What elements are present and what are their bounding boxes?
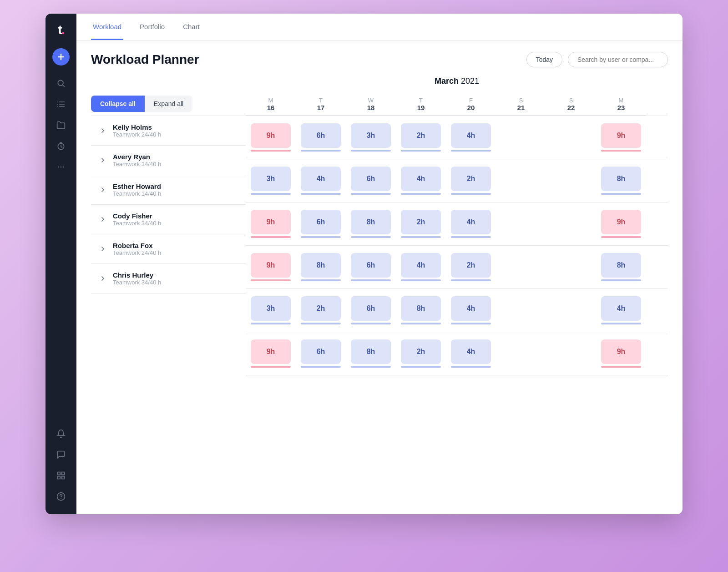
planner-grid: Collapse allExpand all M16T17W18T19F20S2…	[91, 93, 668, 375]
hour-cell: 2h	[446, 159, 496, 202]
expand-all-button[interactable]: Expand all	[145, 96, 192, 112]
hour-block: 8h	[351, 210, 391, 234]
hour-bar	[451, 150, 491, 152]
user-details: Esther Howard Teamwork 14/40 h	[113, 182, 161, 197]
hour-bar	[451, 236, 491, 238]
main-content: Workload Portfolio Chart Workload Planne…	[76, 14, 682, 514]
hour-cell	[546, 130, 596, 145]
today-button[interactable]: Today	[526, 52, 562, 67]
hour-cell: 3h	[246, 289, 296, 332]
expand-row-icon[interactable]	[98, 215, 107, 224]
sidebar-timer-icon[interactable]	[52, 137, 70, 155]
hour-bar	[301, 323, 341, 324]
day-letter: T	[419, 97, 423, 104]
logo-dot: .	[61, 23, 64, 37]
day-num: 20	[446, 104, 496, 111]
hour-cell: 9h	[596, 116, 646, 159]
hour-bar	[351, 236, 391, 238]
hour-bar	[401, 236, 441, 238]
hour-cell	[496, 346, 546, 361]
hour-block: 2h	[301, 296, 341, 321]
hour-bar	[251, 366, 291, 368]
hour-cell	[546, 303, 596, 318]
hour-block: 3h	[351, 123, 391, 148]
user-meta: Teamwork 34/40 h	[113, 220, 161, 227]
tab-chart[interactable]: Chart	[181, 15, 202, 40]
hour-cell: 6h	[296, 332, 346, 375]
sidebar-folder-icon[interactable]	[52, 116, 70, 134]
user-details: Avery Ryan Teamwork 34/40 h	[113, 153, 161, 167]
sidebar-search-icon[interactable]	[52, 75, 70, 92]
hour-cell	[546, 173, 596, 188]
sidebar-help-icon[interactable]	[52, 488, 70, 505]
hour-cell: 2h	[396, 116, 446, 159]
user-cells-row: 3h4h6h4h2h8h	[246, 159, 668, 202]
page-header: Workload Planner Today	[91, 52, 668, 67]
user-details: Chris Hurley Teamwork 34/40 h	[113, 271, 161, 286]
hour-block: 4h	[401, 167, 441, 191]
grid-left: Kelly Holms Teamwork 24/40 h Avery Ryan …	[91, 116, 246, 375]
hour-bar	[351, 193, 391, 195]
user-info-row: Kelly Holms Teamwork 24/40 h	[91, 116, 246, 146]
day-letter: M	[619, 97, 624, 104]
sidebar-chat-icon[interactable]	[52, 446, 70, 463]
user-details: Roberta Fox Teamwork 24/40 h	[113, 242, 161, 256]
tab-portfolio[interactable]: Portfolio	[138, 15, 167, 40]
day-num: 22	[546, 104, 596, 111]
hour-cell	[546, 346, 596, 361]
hour-cell: 2h	[446, 246, 496, 289]
sidebar-more-icon[interactable]	[52, 158, 70, 176]
hour-bar	[351, 366, 391, 368]
hour-bar	[401, 150, 441, 152]
app-container: t.	[46, 14, 682, 514]
hour-cell	[496, 217, 546, 231]
hour-block: 9h	[601, 123, 641, 148]
hour-cell: 6h	[346, 246, 396, 289]
expand-row-icon[interactable]	[98, 244, 107, 253]
hour-bar	[451, 323, 491, 324]
hour-cell: 8h	[596, 159, 646, 202]
user-name: Avery Ryan	[113, 153, 161, 161]
sidebar-list-icon[interactable]	[52, 96, 70, 113]
day-letter: M	[268, 97, 273, 104]
expand-row-icon[interactable]	[98, 156, 107, 165]
hour-block: 8h	[301, 253, 341, 278]
search-input[interactable]	[568, 52, 668, 67]
user-cells-row: 9h6h3h2h4h9h	[246, 116, 668, 159]
hour-block: 9h	[251, 123, 291, 148]
day-header-16: M16	[246, 93, 296, 115]
hour-cell: 9h	[596, 202, 646, 245]
user-cells-row: 3h2h6h8h4h4h	[246, 289, 668, 332]
user-meta: Teamwork 24/40 h	[113, 131, 161, 138]
day-letter: F	[469, 97, 473, 104]
grid-body: Kelly Holms Teamwork 24/40 h Avery Ryan …	[91, 116, 668, 375]
tab-workload[interactable]: Workload	[91, 15, 123, 40]
sidebar-bell-icon[interactable]	[52, 425, 70, 442]
expand-row-icon[interactable]	[98, 126, 107, 135]
hour-bar	[351, 323, 391, 324]
hour-bar	[401, 193, 441, 195]
day-header-18: W18	[346, 93, 396, 115]
svg-point-3	[61, 167, 62, 168]
hour-bar	[301, 150, 341, 152]
sidebar-grid-icon[interactable]	[52, 467, 70, 484]
day-header-17: T17	[296, 93, 346, 115]
expand-row-icon[interactable]	[98, 185, 107, 194]
hour-cell: 6h	[346, 289, 396, 332]
hour-block: 3h	[251, 167, 291, 191]
user-meta: Teamwork 14/40 h	[113, 190, 161, 197]
user-cells-row: 9h6h8h2h4h9h	[246, 332, 668, 375]
hour-bar	[301, 193, 341, 195]
hour-cell: 2h	[396, 332, 446, 375]
svg-point-2	[58, 167, 59, 168]
add-button[interactable]	[52, 48, 70, 66]
hour-cell: 9h	[596, 332, 646, 375]
svg-point-4	[63, 167, 65, 168]
hour-bar	[351, 150, 391, 152]
hour-cell: 9h	[246, 246, 296, 289]
collapse-all-button[interactable]: Collapse all	[91, 96, 145, 112]
expand-row-icon[interactable]	[98, 274, 107, 283]
hour-cell: 2h	[296, 289, 346, 332]
grid-right: 9h6h3h2h4h9h3h4h6h4h2h8h9h6h8h2h4h9h9h8h…	[246, 116, 668, 375]
app-logo: t.	[58, 23, 64, 37]
